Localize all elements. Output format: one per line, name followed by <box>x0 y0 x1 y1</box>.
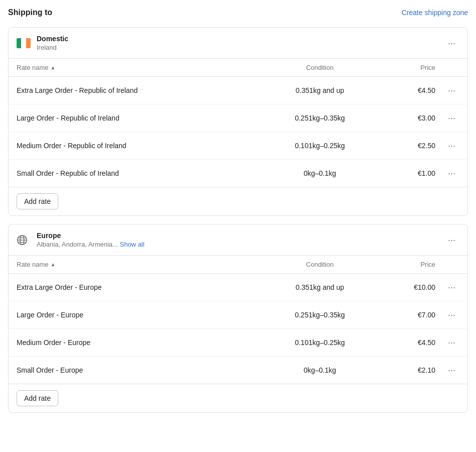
zone-more-button-domestic[interactable]: ··· <box>444 37 459 50</box>
zone-section-domestic: Domestic Ireland ··· Rate name ▲ Conditi… <box>8 27 468 216</box>
add-rate-button-domestic[interactable]: Add rate <box>17 193 58 209</box>
rate-name-domestic-1: Large Order - Republic of Ireland <box>17 114 265 122</box>
rate-condition-europe-2: 0.101kg–0.25kg <box>265 338 375 347</box>
rate-name-europe-3: Small Order - Europe <box>17 366 265 374</box>
rate-more-button-europe-2[interactable]: ··· <box>444 336 459 349</box>
rate-actions-domestic-2: ··· <box>435 139 459 152</box>
rate-condition-domestic-1: 0.251kg–0.35kg <box>265 114 375 122</box>
zone-subtitle-europe: Albania, Andorra, Armenia... Show all <box>37 241 444 248</box>
zones-container: Domestic Ireland ··· Rate name ▲ Conditi… <box>8 27 468 413</box>
col-header-price-europe: Price <box>375 261 435 268</box>
rate-condition-europe-3: 0kg–0.1kg <box>265 366 375 374</box>
rate-condition-domestic-3: 0kg–0.1kg <box>265 169 375 177</box>
rate-row-domestic-2: Medium Order - Republic of Ireland 0.101… <box>9 132 467 160</box>
add-rate-button-europe[interactable]: Add rate <box>17 390 58 406</box>
rate-condition-domestic-0: 0.351kg and up <box>265 86 375 94</box>
rate-more-button-domestic-3[interactable]: ··· <box>444 167 459 180</box>
rate-price-europe-2: €4.50 <box>375 338 435 347</box>
globe-icon <box>17 235 31 245</box>
rate-row-domestic-1: Large Order - Republic of Ireland 0.251k… <box>9 104 467 132</box>
rate-row-europe-0: Extra Large Order - Europe 0.351kg and u… <box>9 274 467 301</box>
rate-price-domestic-2: €2.50 <box>375 142 435 150</box>
add-rate-section-domestic: Add rate <box>9 187 467 215</box>
rate-condition-europe-0: 0.351kg and up <box>265 283 375 291</box>
rate-actions-domestic-0: ··· <box>435 84 459 97</box>
rate-name-europe-0: Extra Large Order - Europe <box>17 283 265 291</box>
zone-header-europe: Europe Albania, Andorra, Armenia... Show… <box>9 224 467 256</box>
rate-row-domestic-0: Extra Large Order - Republic of Ireland … <box>9 77 467 104</box>
col-header-rate-name-domestic: Rate name ▲ <box>17 64 265 71</box>
rate-actions-domestic-1: ··· <box>435 111 459 125</box>
rate-name-domestic-0: Extra Large Order - Republic of Ireland <box>17 86 265 94</box>
rate-price-europe-0: €10.00 <box>375 283 435 291</box>
rate-name-europe-2: Medium Order - Europe <box>17 338 265 347</box>
rate-actions-domestic-3: ··· <box>435 167 459 180</box>
rates-header-domestic: Rate name ▲ Condition Price <box>9 59 467 77</box>
page-title: Shipping to <box>8 8 52 17</box>
zone-name-europe: Europe <box>37 232 444 240</box>
rate-price-europe-1: €7.00 <box>375 311 435 319</box>
rate-price-europe-3: €2.10 <box>375 366 435 374</box>
rate-more-button-domestic-0[interactable]: ··· <box>444 84 459 97</box>
rate-actions-europe-3: ··· <box>435 364 459 377</box>
sort-icon-domestic: ▲ <box>51 65 56 70</box>
rate-more-button-europe-1[interactable]: ··· <box>444 308 459 321</box>
show-all-link[interactable]: Show all <box>120 241 144 248</box>
zone-section-europe: Europe Albania, Andorra, Armenia... Show… <box>8 224 468 413</box>
rate-price-domestic-0: €4.50 <box>375 86 435 94</box>
rate-row-europe-1: Large Order - Europe 0.251kg–0.35kg €7.0… <box>9 301 467 329</box>
col-header-price-domestic: Price <box>375 64 435 71</box>
rate-name-domestic-3: Small Order - Republic of Ireland <box>17 169 265 177</box>
rate-condition-domestic-2: 0.101kg–0.25kg <box>265 142 375 150</box>
sort-icon-europe: ▲ <box>51 262 56 267</box>
zone-info-domestic: Domestic Ireland <box>37 35 444 51</box>
ireland-flag-icon <box>17 38 31 48</box>
zone-header-domestic: Domestic Ireland ··· <box>9 28 467 59</box>
zone-name-domestic: Domestic <box>37 35 444 43</box>
rates-header-europe: Rate name ▲ Condition Price <box>9 256 467 274</box>
rate-row-europe-3: Small Order - Europe 0kg–0.1kg €2.10 ··· <box>9 357 467 384</box>
rate-condition-europe-1: 0.251kg–0.35kg <box>265 311 375 319</box>
rate-more-button-europe-0[interactable]: ··· <box>444 281 459 294</box>
rate-more-button-europe-3[interactable]: ··· <box>444 364 459 377</box>
rate-row-europe-2: Medium Order - Europe 0.101kg–0.25kg €4.… <box>9 329 467 357</box>
col-header-rate-name-europe: Rate name ▲ <box>17 261 265 268</box>
zone-more-button-europe[interactable]: ··· <box>444 234 459 247</box>
page-container: Shipping to Create shipping zone Domesti… <box>0 0 476 413</box>
rate-actions-europe-1: ··· <box>435 308 459 321</box>
rate-price-domestic-1: €3.00 <box>375 114 435 122</box>
rate-actions-europe-2: ··· <box>435 336 459 349</box>
add-rate-section-europe: Add rate <box>9 384 467 412</box>
rate-name-europe-1: Large Order - Europe <box>17 311 265 319</box>
rate-actions-europe-0: ··· <box>435 281 459 294</box>
rates-table-domestic: Rate name ▲ Condition Price Extra Large … <box>9 59 467 187</box>
rate-row-domestic-3: Small Order - Republic of Ireland 0kg–0.… <box>9 160 467 187</box>
zone-info-europe: Europe Albania, Andorra, Armenia... Show… <box>37 232 444 248</box>
col-header-condition-domestic: Condition <box>265 64 375 71</box>
page-header: Shipping to Create shipping zone <box>8 8 468 17</box>
rates-table-europe: Rate name ▲ Condition Price Extra Large … <box>9 256 467 384</box>
rate-price-domestic-3: €1.00 <box>375 169 435 177</box>
rate-name-domestic-2: Medium Order - Republic of Ireland <box>17 142 265 150</box>
col-header-condition-europe: Condition <box>265 261 375 268</box>
rate-more-button-domestic-2[interactable]: ··· <box>444 139 459 152</box>
zone-countries: Ireland <box>37 44 57 51</box>
zone-subtitle-domestic: Ireland <box>37 44 444 51</box>
zone-countries: Albania, Andorra, Armenia... <box>37 241 120 248</box>
create-shipping-zone-link[interactable]: Create shipping zone <box>402 9 468 17</box>
rate-more-button-domestic-1[interactable]: ··· <box>444 111 459 125</box>
